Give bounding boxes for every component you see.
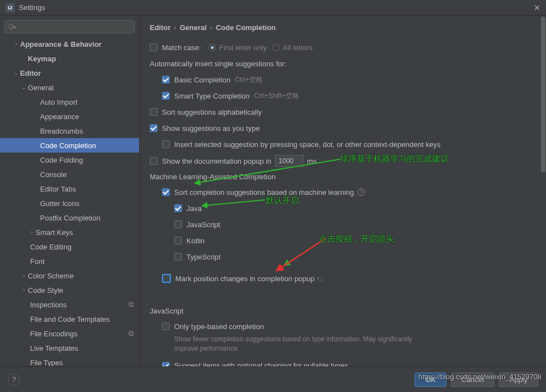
tree-item-file-encodings[interactable]: File Encodings⧉ bbox=[0, 326, 139, 341]
smart-completion-label: Smart Type Completion bbox=[174, 92, 250, 100]
scrollbar[interactable] bbox=[540, 16, 546, 366]
sort-alpha-checkbox[interactable] bbox=[150, 108, 158, 116]
basic-completion-label: Basic Completion bbox=[174, 76, 230, 84]
up-down-arrows-icon: ↑↓ bbox=[317, 275, 323, 282]
smart-completion-checkbox[interactable] bbox=[162, 92, 170, 100]
typescript-checkbox[interactable] bbox=[174, 253, 182, 261]
tree-item-label: Editor Tabs bbox=[40, 185, 139, 193]
tree-item-breadcrumbs[interactable]: Breadcrumbs bbox=[0, 124, 139, 138]
chevron-icon: ⌄ bbox=[12, 70, 20, 76]
smart-completion-shortcut: Ctrl+Shift+空格 bbox=[254, 91, 299, 101]
tree-item-label: Keymap bbox=[28, 55, 139, 63]
tree-item-appearance[interactable]: Appearance bbox=[0, 109, 139, 124]
basic-completion-checkbox[interactable] bbox=[162, 76, 170, 84]
tree-item-editor[interactable]: ⌄Editor bbox=[0, 66, 139, 80]
breadcrumb: Editor›General›Code Completion bbox=[150, 23, 536, 32]
tree-item-file-types[interactable]: File Types bbox=[0, 355, 139, 366]
show-as-type-checkbox[interactable] bbox=[150, 124, 158, 132]
help-button[interactable]: ? bbox=[8, 374, 20, 386]
apply-button[interactable]: Apply bbox=[499, 373, 538, 387]
tree-item-label: File and Code Templates bbox=[30, 315, 139, 324]
mark-position-checkbox[interactable] bbox=[162, 274, 171, 283]
tree-item-label: Postfix Completion bbox=[40, 214, 139, 222]
javascript-label: JavaScript bbox=[186, 220, 220, 229]
tree-item-appearance-behavior[interactable]: ›Appearance & Behavior bbox=[0, 37, 139, 51]
tree-item-label: File Encodings bbox=[30, 330, 129, 338]
tree-item-label: Live Templates bbox=[30, 344, 139, 352]
tree-item-code-folding[interactable]: Code Folding bbox=[0, 153, 139, 167]
content-pane: Editor›General›Code Completion Match cas… bbox=[140, 16, 546, 366]
insert-selected-label: Insert selected suggestion by pressing s… bbox=[174, 140, 440, 149]
tree-item-gutter-icons[interactable]: Gutter Icons bbox=[0, 196, 139, 210]
show-as-type-label: Show suggestions as you type bbox=[162, 124, 260, 133]
basic-completion-shortcut: Ctrl+空格 bbox=[235, 75, 263, 85]
tree-item-inspections[interactable]: Inspections⧉ bbox=[0, 297, 139, 312]
tree-item-smart-keys[interactable]: ›Smart Keys bbox=[0, 225, 139, 239]
settings-tree: ›Appearance & BehaviorKeymap⌄Editor⌄Gene… bbox=[0, 37, 139, 366]
tree-item-label: Code Folding bbox=[40, 156, 139, 164]
ok-button[interactable]: OK bbox=[415, 373, 446, 387]
show-doc-pre: Show the documentation popup in bbox=[162, 157, 272, 165]
tree-item-label: Appearance bbox=[40, 112, 139, 121]
chevron-icon: › bbox=[12, 41, 20, 47]
all-letters-radio[interactable] bbox=[272, 44, 279, 51]
js-type-description: Show fewer completion suggestions based … bbox=[174, 335, 436, 354]
tree-item-color-scheme[interactable]: ›Color Scheme bbox=[0, 268, 139, 283]
javascript-checkbox[interactable] bbox=[174, 220, 182, 228]
tree-item-code-editing[interactable]: Code Editing bbox=[0, 239, 139, 254]
tree-item-general[interactable]: ⌄General bbox=[0, 80, 139, 95]
window-title: Settings bbox=[19, 3, 45, 12]
tree-item-code-style[interactable]: ›Code Style bbox=[0, 283, 139, 297]
search-input[interactable] bbox=[4, 20, 135, 33]
tree-item-file-and-code-templates[interactable]: File and Code Templates bbox=[0, 312, 139, 326]
kotlin-label: Kotlin bbox=[186, 237, 205, 245]
tree-item-label: Auto Import bbox=[40, 98, 139, 106]
chevron-icon: › bbox=[20, 273, 28, 278]
java-checkbox[interactable] bbox=[174, 204, 182, 212]
tree-item-label: Editor bbox=[20, 69, 139, 77]
kotlin-checkbox[interactable] bbox=[174, 237, 182, 244]
ml-sort-checkbox[interactable] bbox=[162, 188, 170, 196]
auto-insert-header: Automatically insert single suggestions … bbox=[150, 58, 536, 69]
tree-item-label: Gutter Icons bbox=[40, 199, 139, 208]
tree-item-font[interactable]: Font bbox=[0, 254, 139, 268]
tree-item-live-templates[interactable]: Live Templates bbox=[0, 341, 139, 355]
typescript-label: TypeScript bbox=[186, 253, 220, 261]
tree-item-keymap[interactable]: Keymap bbox=[0, 51, 139, 66]
first-letter-radio[interactable] bbox=[209, 44, 216, 51]
project-badge-icon: ⧉ bbox=[129, 329, 134, 338]
show-doc-checkbox[interactable] bbox=[150, 157, 158, 165]
tree-item-label: Inspections bbox=[30, 301, 129, 309]
footer: ? OK Cancel Apply bbox=[0, 366, 546, 392]
doc-delay-input[interactable] bbox=[275, 155, 304, 167]
tree-item-label: General bbox=[28, 84, 139, 92]
tree-item-editor-tabs[interactable]: Editor Tabs bbox=[0, 182, 139, 196]
cancel-button[interactable]: Cancel bbox=[451, 373, 494, 387]
chevron-icon: › bbox=[28, 229, 36, 235]
tree-item-label: Code Editing bbox=[30, 243, 139, 251]
js-type-checkbox[interactable] bbox=[162, 322, 170, 330]
optional-chaining-checkbox[interactable] bbox=[162, 362, 170, 366]
close-icon[interactable]: ✕ bbox=[534, 3, 540, 12]
tree-item-console[interactable]: Console bbox=[0, 167, 139, 182]
chevron-icon: › bbox=[20, 287, 28, 293]
tree-item-label: Breadcrumbs bbox=[40, 127, 139, 135]
tree-item-label: Color Scheme bbox=[28, 272, 139, 280]
tree-item-label: Code Completion bbox=[40, 141, 139, 150]
match-case-checkbox[interactable] bbox=[150, 43, 158, 51]
optional-chaining-label: Suggest items with optional chaining for… bbox=[174, 361, 348, 366]
app-icon: IJ bbox=[6, 3, 14, 12]
sort-alpha-label: Sort suggestions alphabetically bbox=[162, 108, 262, 116]
match-case-label: Match case: bbox=[162, 43, 201, 52]
tree-item-postfix-completion[interactable]: Postfix Completion bbox=[0, 210, 139, 225]
insert-selected-checkbox[interactable] bbox=[162, 140, 170, 148]
tree-item-code-completion[interactable]: Code Completion bbox=[0, 138, 139, 153]
all-letters-label: All letters bbox=[283, 43, 312, 52]
tree-item-label: Appearance & Behavior bbox=[20, 40, 139, 48]
ml-sort-label: Sort completion suggestions based on mac… bbox=[174, 188, 354, 197]
tree-item-label: Console bbox=[40, 170, 139, 179]
tree-item-auto-import[interactable]: Auto Import bbox=[0, 95, 139, 109]
tree-item-label: Font bbox=[30, 257, 139, 266]
tree-item-label: Smart Keys bbox=[36, 228, 139, 237]
help-icon[interactable]: ? bbox=[357, 188, 365, 196]
